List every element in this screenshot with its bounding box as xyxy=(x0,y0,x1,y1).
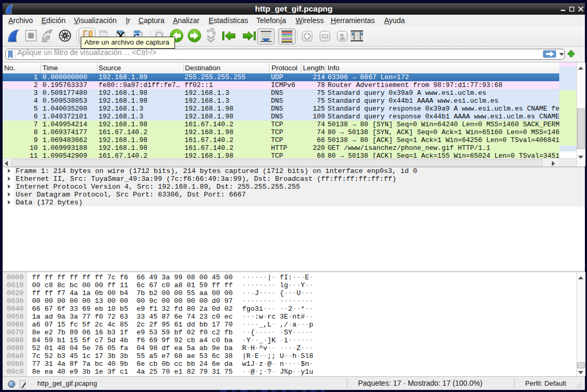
svg-text:0101: 0101 xyxy=(101,34,107,36)
svg-text:1: 1 xyxy=(340,32,344,41)
